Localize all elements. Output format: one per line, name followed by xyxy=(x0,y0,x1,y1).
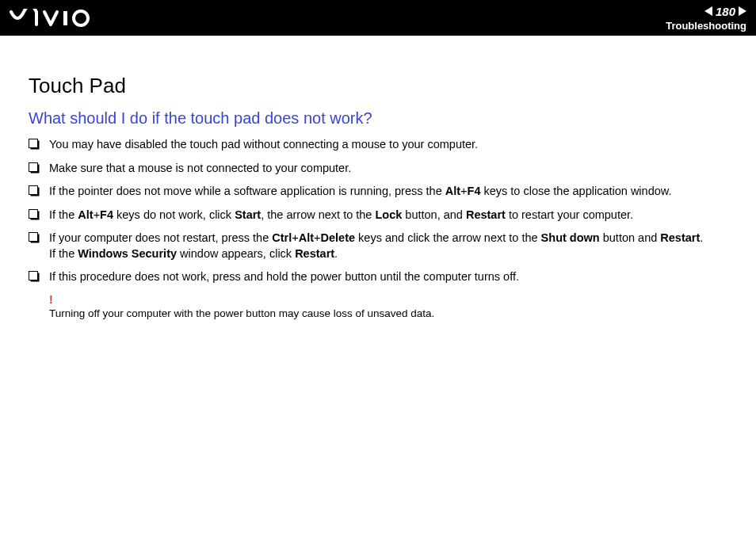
vaio-logo-icon xyxy=(10,9,97,28)
list-item: Make sure that a mouse is not connected … xyxy=(29,161,731,177)
bullet-icon xyxy=(29,185,38,195)
bullet-text: If the pointer does not move while a sof… xyxy=(49,184,731,200)
bullet-text: If the Alt+F4 keys do not work, click St… xyxy=(49,208,731,223)
prev-page-arrow-icon[interactable] xyxy=(704,6,712,16)
page-title: Touch Pad xyxy=(29,74,731,98)
bullet-icon xyxy=(29,209,38,219)
bullet-icon xyxy=(29,162,38,172)
page-navigation: 180 xyxy=(704,5,746,18)
svg-rect-0 xyxy=(63,11,67,25)
page-content: Touch Pad What should I do if the touch … xyxy=(0,36,756,320)
bullet-list: You may have disabled the touch pad with… xyxy=(29,137,731,285)
bullet-text: Make sure that a mouse is not connected … xyxy=(49,161,731,177)
breadcrumb: Troubleshooting xyxy=(666,20,746,32)
list-item: If the pointer does not move while a sof… xyxy=(29,184,731,200)
bullet-text: If this procedure does not work, press a… xyxy=(49,269,731,285)
bullet-text: If your computer does not restart, press… xyxy=(49,231,731,261)
warning-text: Turning off your computer with the power… xyxy=(49,307,434,319)
bullet-text: You may have disabled the touch pad with… xyxy=(49,137,731,153)
bullet-icon xyxy=(29,271,38,280)
header-right: 180 Troubleshooting xyxy=(666,5,746,32)
svg-point-1 xyxy=(74,11,88,25)
warning-mark-icon: ! xyxy=(49,293,731,306)
warning-block: ! Turning off your computer with the pow… xyxy=(49,293,731,320)
next-page-arrow-icon[interactable] xyxy=(739,6,746,16)
list-item: You may have disabled the touch pad with… xyxy=(29,137,731,153)
bullet-icon xyxy=(29,232,38,242)
bullet-icon xyxy=(29,139,38,148)
sub-heading: What should I do if the touch pad does n… xyxy=(29,109,731,128)
page-number: 180 xyxy=(716,5,735,18)
header-bar: 180 Troubleshooting xyxy=(0,0,756,36)
vaio-logo xyxy=(10,9,97,28)
list-item: If the Alt+F4 keys do not work, click St… xyxy=(29,208,731,223)
list-item: If your computer does not restart, press… xyxy=(29,231,731,261)
list-item: If this procedure does not work, press a… xyxy=(29,269,731,285)
